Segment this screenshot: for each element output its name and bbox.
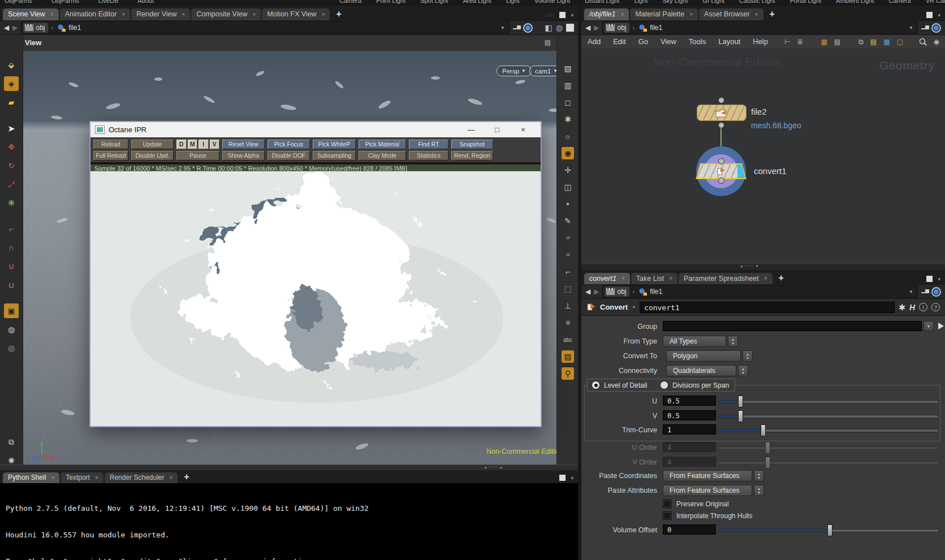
pane-menu-icon[interactable]: ▾ (571, 475, 573, 481)
tab-textport[interactable]: Textport× (61, 472, 103, 483)
profile-icon[interactable]: ≡ (562, 316, 574, 329)
volume-offset-slider[interactable] (718, 529, 939, 532)
trim-curve-input[interactable]: 1 (663, 424, 716, 435)
convert-op-icon[interactable] (586, 303, 596, 311)
camera-tool-icon[interactable]: ▣ (4, 303, 19, 318)
path-dropdown-icon[interactable]: ▼ (907, 289, 916, 294)
radio-divisions-per-span[interactable] (660, 381, 668, 389)
back-icon[interactable]: ◀ (4, 24, 9, 32)
node-file2[interactable] (697, 105, 746, 121)
pause-button[interactable]: Pause (176, 151, 219, 160)
help-icon[interactable]: ? (931, 303, 940, 311)
close-icon[interactable]: × (95, 475, 98, 481)
tab-motion-fx-view[interactable]: Motion FX View× (262, 8, 330, 20)
close-icon[interactable]: × (122, 12, 125, 18)
render-region-button[interactable]: Rend. Region (451, 151, 493, 160)
layers-icon[interactable]: ⧉ (4, 435, 19, 449)
tab-render-view[interactable]: Render View× (131, 8, 190, 20)
snapshot-cube-icon[interactable]: ◧ (545, 23, 553, 32)
close-icon[interactable]: × (622, 276, 625, 281)
menu-view[interactable]: View (654, 35, 683, 49)
pin-icon[interactable] (921, 24, 928, 29)
point-count-icon[interactable]: ¹² (562, 232, 574, 244)
display-white-icon[interactable] (566, 24, 574, 32)
tab-animation-editor[interactable]: Animation Editor× (60, 8, 131, 20)
connectivity-spinner[interactable]: ▲▼ (738, 365, 748, 376)
u-slider[interactable] (718, 400, 939, 403)
maximize-button[interactable]: □ (484, 125, 510, 134)
select-tool-icon[interactable]: ➤ (4, 121, 19, 136)
statistics-button[interactable]: Statistics (409, 151, 448, 160)
follow-icon[interactable] (523, 23, 533, 33)
tree-view-icon[interactable]: ⊢ (784, 38, 790, 46)
group-dropdown[interactable]: ▼ (924, 321, 934, 331)
node-name-field[interactable]: convert1 (640, 302, 895, 313)
ruler-icon[interactable]: ⌐ (562, 266, 574, 278)
forward-icon[interactable]: ▶ (12, 24, 18, 32)
pane-menu-icon[interactable]: ▾ (938, 12, 940, 18)
close-icon[interactable]: × (689, 12, 693, 18)
light-icon[interactable]: ☼ (562, 130, 574, 142)
network-box-icon[interactable]: ▢ (896, 38, 903, 46)
shelf-tool[interactable]: Sky Light (662, 0, 688, 4)
connectivity-dropdown[interactable]: Quadrilaterals (666, 365, 736, 376)
tab-asset-browser[interactable]: Asset Browser× (699, 8, 763, 20)
pick-material-button[interactable]: Pick Material (359, 140, 406, 149)
sticky-note-icon[interactable]: ▤ (870, 38, 877, 46)
snap-grid-icon[interactable]: ⌐ (4, 222, 19, 236)
lock-camera-icon[interactable]: ◻ (562, 96, 574, 108)
reload-button[interactable]: Reload (93, 140, 128, 149)
pane-maximize-icon[interactable] (559, 475, 566, 481)
info-toggle[interactable]: I (199, 140, 209, 149)
gear-menu-icon[interactable]: ✱ (899, 303, 905, 312)
breadcrumb-obj[interactable]: obj (605, 23, 629, 33)
normals-icon[interactable]: ⟂ (562, 299, 574, 312)
close-icon[interactable]: × (322, 12, 325, 18)
path-dropdown-icon[interactable]: ▼ (907, 25, 916, 31)
snap-point-icon[interactable]: ∪ (4, 259, 19, 274)
group-input[interactable] (663, 321, 922, 331)
select-box-icon[interactable]: ⬚ (562, 283, 574, 295)
split-layout-icon[interactable]: ⧉ (858, 38, 864, 46)
show-alpha-button[interactable]: Show Alpha (222, 151, 265, 160)
shelf-tool[interactable]: Light (634, 0, 648, 4)
new-tab-button[interactable]: + (179, 471, 194, 483)
close-icon[interactable]: × (764, 276, 767, 281)
convert-to-dropdown[interactable]: Polygon (666, 350, 741, 362)
tab-render-scheduler[interactable]: Render Scheduler× (105, 472, 178, 483)
disable-dof-button[interactable]: Disable DOF (267, 151, 310, 160)
background-image-icon[interactable]: ▦ (883, 38, 890, 46)
lattice-tool-icon[interactable]: ◈ (4, 76, 19, 91)
paste-attributes-dropdown[interactable]: From Feature Surfaces (663, 485, 752, 496)
menu-edit[interactable]: Edit (607, 35, 632, 49)
brush-icon[interactable]: ✎ (562, 215, 574, 227)
abc-attribs-icon[interactable]: abc (562, 333, 574, 346)
render-region-icon[interactable]: ▧ (562, 62, 574, 75)
snapshot-button[interactable]: Snapshot (451, 140, 493, 149)
u-input[interactable]: 0.5 (663, 396, 716, 406)
list-view-icon[interactable]: ≣ (797, 38, 802, 46)
forward-icon[interactable]: ▶ (594, 288, 599, 296)
info-icon[interactable]: i (919, 303, 927, 311)
diffuse-toggle[interactable]: D (176, 140, 187, 149)
menu-layout[interactable]: Layout (712, 35, 746, 49)
network-canvas[interactable]: Non-Commercial Edition Geometry file2 me… (581, 49, 945, 263)
snap-pin-icon[interactable]: ⚲ (562, 367, 574, 380)
close-icon[interactable]: × (669, 276, 672, 281)
from-type-dropdown[interactable]: All Types (663, 336, 726, 347)
gear-icon[interactable]: ✱ (562, 113, 574, 125)
shelf-tool[interactable]: VR Camera (926, 0, 945, 4)
scale-tool-icon[interactable]: ⤢ (4, 177, 19, 192)
pick-focus-button[interactable]: Pick Focus (267, 140, 310, 149)
shelf-tool[interactable]: Volume Light (534, 0, 571, 4)
find-rt-button[interactable]: Find RT (409, 140, 448, 149)
convert-to-spinner[interactable]: ▲▼ (743, 350, 753, 362)
new-tab-button[interactable]: + (765, 8, 780, 20)
back-icon[interactable]: ◀ (585, 24, 590, 32)
create-primitive-icon[interactable]: ⬙ (4, 58, 19, 72)
subsampling-button[interactable]: Subsampling (313, 151, 356, 160)
shelf-tool[interactable]: Portal Light (790, 0, 822, 4)
search-icon[interactable] (919, 38, 927, 46)
background-image-icon[interactable]: ▨ (562, 350, 574, 363)
close-icon[interactable]: × (51, 475, 54, 481)
